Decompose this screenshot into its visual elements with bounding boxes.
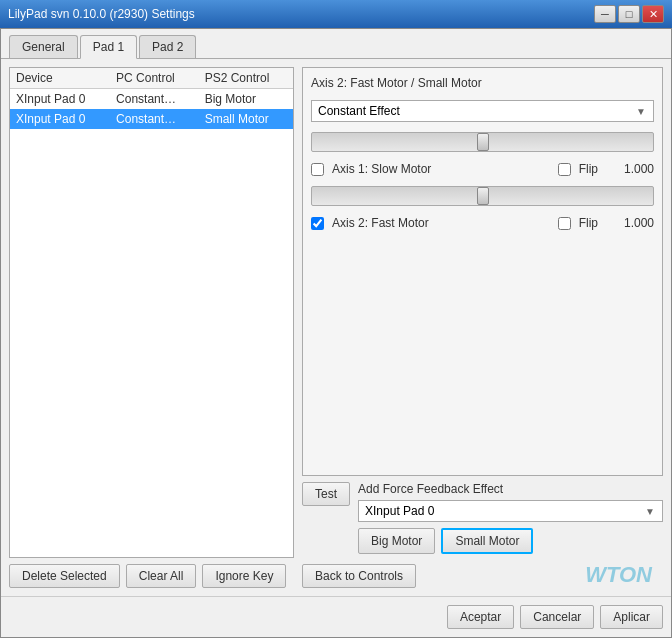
row1-device: XInput Pad 0 [10, 109, 110, 129]
test-and-ff-row: Test Add Force Feedback Effect XInput Pa… [302, 482, 663, 554]
main-window: General Pad 1 Pad 2 Device PC Control PS… [0, 28, 672, 638]
tab-pad2[interactable]: Pad 2 [139, 35, 196, 58]
row0-pc-control: Constant… [110, 89, 199, 110]
axis2-slider-track[interactable] [311, 186, 654, 206]
right-top-panel: Axis 2: Fast Motor / Small Motor Constan… [302, 67, 663, 476]
axis2-value: 1.000 [614, 216, 654, 230]
window-controls: ─ □ ✕ [594, 5, 664, 23]
axis1-slider-track[interactable] [311, 132, 654, 152]
tab-general[interactable]: General [9, 35, 78, 58]
title-bar: LilyPad svn 0.10.0 (r2930) Settings ─ □ … [0, 0, 672, 28]
effect-dropdown[interactable]: Constant Effect [311, 100, 654, 122]
col-ps2-control: PS2 Control [199, 68, 293, 89]
axis1-row: Axis 1: Slow Motor Flip 1.000 [311, 162, 654, 176]
axis2-row: Axis 2: Fast Motor Flip 1.000 [311, 216, 654, 230]
ignore-key-button[interactable]: Ignore Key [202, 564, 286, 588]
force-feedback-controls: Add Force Feedback Effect XInput Pad 0 B… [358, 482, 663, 554]
aplicar-button[interactable]: Aplicar [600, 605, 663, 629]
device-table-container: Device PC Control PS2 Control XInput Pad… [9, 67, 294, 558]
left-panel: Device PC Control PS2 Control XInput Pad… [9, 67, 294, 588]
row0-device: XInput Pad 0 [10, 89, 110, 110]
window-title: LilyPad svn 0.10.0 (r2930) Settings [8, 7, 195, 21]
axis2-label: Axis 2: Fast Motor [332, 216, 550, 230]
table-row[interactable]: XInput Pad 0 Constant… Big Motor [10, 89, 293, 110]
axis2-slider-thumb[interactable] [477, 187, 489, 205]
cancelar-button[interactable]: Cancelar [520, 605, 594, 629]
col-pc-control: PC Control [110, 68, 199, 89]
content-area: Device PC Control PS2 Control XInput Pad… [1, 59, 671, 596]
watermark: WTON [585, 562, 652, 588]
tab-bar: General Pad 1 Pad 2 [1, 29, 671, 59]
delete-selected-button[interactable]: Delete Selected [9, 564, 120, 588]
row1-pc-control: Constant… [110, 109, 199, 129]
aceptar-button[interactable]: Aceptar [447, 605, 514, 629]
axis1-checkbox[interactable] [311, 163, 324, 176]
axis1-slider-container [311, 130, 654, 154]
ff-device-dropdown-wrapper: XInput Pad 0 [358, 500, 663, 522]
test-button[interactable]: Test [302, 482, 350, 506]
ff-title: Add Force Feedback Effect [358, 482, 663, 496]
back-to-controls-button[interactable]: Back to Controls [302, 564, 416, 588]
big-motor-button[interactable]: Big Motor [358, 528, 435, 554]
right-panel: Axis 2: Fast Motor / Small Motor Constan… [302, 67, 663, 588]
col-device: Device [10, 68, 110, 89]
close-button[interactable]: ✕ [642, 5, 664, 23]
small-motor-button[interactable]: Small Motor [441, 528, 533, 554]
axis1-flip-label: Flip [579, 162, 598, 176]
left-button-bar: Delete Selected Clear All Ignore Key [9, 564, 294, 588]
axis1-value: 1.000 [614, 162, 654, 176]
bottom-bar: Aceptar Cancelar Aplicar [1, 596, 671, 637]
row0-ps2-control: Big Motor [199, 89, 293, 110]
tab-pad1[interactable]: Pad 1 [80, 35, 137, 59]
axis1-slider-thumb[interactable] [477, 133, 489, 151]
effect-dropdown-wrapper: Constant Effect [311, 100, 654, 122]
minimize-button[interactable]: ─ [594, 5, 616, 23]
axis-section-title: Axis 2: Fast Motor / Small Motor [311, 76, 654, 90]
axis2-flip-checkbox[interactable] [558, 217, 571, 230]
axis2-slider-container [311, 184, 654, 208]
axis1-flip-checkbox[interactable] [558, 163, 571, 176]
row1-ps2-control: Small Motor [199, 109, 293, 129]
maximize-button[interactable]: □ [618, 5, 640, 23]
axis2-checkbox[interactable] [311, 217, 324, 230]
table-row[interactable]: XInput Pad 0 Constant… Small Motor [10, 109, 293, 129]
device-table: Device PC Control PS2 Control XInput Pad… [10, 68, 293, 129]
axis2-flip-label: Flip [579, 216, 598, 230]
clear-all-button[interactable]: Clear All [126, 564, 197, 588]
ff-device-dropdown[interactable]: XInput Pad 0 [358, 500, 663, 522]
axis1-label: Axis 1: Slow Motor [332, 162, 550, 176]
